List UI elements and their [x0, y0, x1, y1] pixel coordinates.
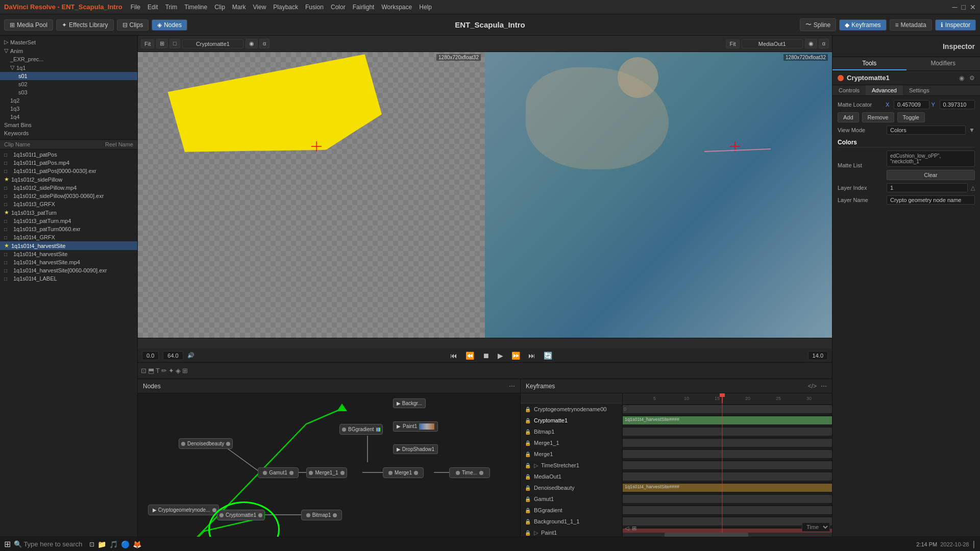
node-cryptomatte1[interactable]: Cryptomatte1: [217, 510, 265, 520]
tree-s03[interactable]: s03: [0, 88, 137, 96]
list-item[interactable]: □ 1q1s01t2_sidePillow.mp4: [0, 184, 137, 192]
file-explorer-icon[interactable]: 📁: [97, 540, 106, 548]
menu-mark[interactable]: Mark: [232, 4, 246, 11]
tree-anim[interactable]: ▽ Anim: [0, 46, 137, 55]
node-settings-icon[interactable]: ⚙: [969, 74, 975, 82]
goto-end-btn[interactable]: ⏭: [526, 350, 537, 361]
menu-color[interactable]: Color: [331, 4, 346, 11]
windows-start-btn[interactable]: ⊞: [4, 539, 11, 549]
tree-s02[interactable]: s02: [0, 80, 137, 88]
viewer-left-label[interactable]: Cryptomatte1: [182, 39, 243, 48]
kf-item[interactable]: 🔒 ▷ Paint1: [521, 527, 622, 537]
menu-help[interactable]: Help: [419, 4, 432, 11]
node-cryptogeometry[interactable]: ▶ Cryptogeometrynode...: [148, 505, 219, 515]
list-item[interactable]: □ 1q1s01t4_harvestSite[0060-0090].exr: [0, 266, 137, 274]
loop-btn[interactable]: 🔄: [542, 350, 554, 361]
kf-item[interactable]: 🔒 ▷ TimeStretcher1: [521, 460, 622, 471]
kf-item[interactable]: 🔒 Gamut1: [521, 493, 622, 505]
kf-grid-btn[interactable]: ⊞: [632, 525, 636, 532]
viewer-right[interactable]: 1280x720xfloat32: [485, 52, 832, 338]
list-item[interactable]: ★ 1q1s01t4_harvestSite: [0, 241, 137, 250]
node-canvas[interactable]: Denoisedbeauty Gamut1 Merge1_1: [138, 393, 520, 537]
list-item[interactable]: □ 1q1s01t3_GRFX: [0, 200, 137, 208]
list-item[interactable]: □ 1q1s01t1_patPos[0000-0030].exr: [0, 167, 137, 175]
viewer-color-btn[interactable]: ◉: [246, 39, 258, 48]
node-denoisedbeauty[interactable]: Denoisedbeauty: [179, 438, 233, 449]
close-icon[interactable]: ✕: [970, 3, 976, 11]
inspector-btn[interactable]: ℹ Inspector: [935, 19, 976, 31]
keyframes-btn[interactable]: ◆ Keyframes: [839, 19, 886, 31]
view-mode-arrow[interactable]: ▼: [969, 127, 975, 134]
toggle-btn[interactable]: Toggle: [897, 112, 925, 122]
kf-item[interactable]: 🔒 Background1_1_1: [521, 516, 622, 527]
clear-btn[interactable]: Clear: [887, 170, 975, 180]
menu-timeline[interactable]: Timeline: [184, 4, 207, 11]
remove-btn[interactable]: Remove: [862, 112, 894, 122]
maximize-icon[interactable]: □: [962, 3, 966, 11]
search-box[interactable]: 🔍 Type here to search: [14, 540, 82, 548]
clips-toggle[interactable]: ⊟ Clips: [117, 19, 149, 31]
menu-view[interactable]: View: [253, 4, 266, 11]
menu-edit[interactable]: Edit: [148, 4, 158, 11]
layer-name-value[interactable]: Crypto geometry node name: [887, 195, 975, 205]
app-icon-1[interactable]: 🎵: [109, 540, 118, 548]
tree-exr[interactable]: _EXR_prec...: [0, 55, 137, 63]
menu-fusion[interactable]: Fusion: [305, 4, 324, 11]
list-item[interactable]: □ 1q1s01t2_sidePillow[0030-0060].exr: [0, 192, 137, 200]
kf-time-select[interactable]: Time: [802, 522, 830, 532]
transform-tool-btn[interactable]: ✦: [168, 367, 174, 374]
spline-btn[interactable]: 〜 Spline: [800, 18, 836, 31]
kf-item[interactable]: 🔒 BGgradient: [521, 505, 622, 516]
list-item[interactable]: □ 1q1s01t4_harvestSite: [0, 250, 137, 258]
tree-keywords[interactable]: Keywords: [0, 129, 137, 137]
crop-tool-btn[interactable]: ⊞: [182, 367, 188, 374]
paint-tool-btn[interactable]: ⬒: [148, 367, 154, 374]
end-time-display[interactable]: 64.0: [163, 351, 183, 360]
list-item[interactable]: ★ 1q1s01t3_patTurn: [0, 208, 137, 217]
kf-item[interactable]: 🔒 Merge1_1: [521, 437, 622, 448]
kf-item[interactable]: 🔒 Cryptomatte1: [521, 415, 622, 426]
app-icon-3[interactable]: 🦊: [133, 540, 141, 548]
tree-masterset[interactable]: ▷ MasterSet: [0, 38, 137, 46]
tree-q2[interactable]: 1q2: [0, 96, 137, 105]
text-tool-btn[interactable]: T: [156, 367, 160, 374]
metadata-btn[interactable]: ≡ Metadata: [890, 19, 932, 31]
node-dropshadow1[interactable]: ▶ DropShadow1: [393, 444, 438, 454]
menu-playback[interactable]: Playback: [273, 4, 298, 11]
media-pool-toggle[interactable]: ⊞ Media Pool: [4, 19, 53, 31]
node-gamut1[interactable]: Gamut1: [258, 467, 299, 478]
subtab-advanced[interactable]: Advanced: [866, 85, 903, 95]
menu-clip[interactable]: Clip: [214, 4, 225, 11]
node-bitmap1[interactable]: Bitmap1: [301, 510, 342, 520]
fit-right-btn[interactable]: Fit: [726, 39, 739, 48]
menu-trim[interactable]: Trim: [165, 4, 178, 11]
node-background[interactable]: ▶ Backgr...: [393, 398, 426, 408]
pen-tool-btn[interactable]: ✏: [161, 367, 167, 374]
stop-btn[interactable]: ⏹: [480, 350, 492, 361]
kf-timeline[interactable]: 5 10 15 20 25 30: [623, 393, 832, 537]
kf-item[interactable]: 🔒 Merge1: [521, 448, 622, 460]
tab-tools[interactable]: Tools: [832, 57, 906, 70]
tree-q1[interactable]: ▽ 1q1: [0, 63, 137, 72]
subtab-controls[interactable]: Controls: [832, 85, 866, 95]
fit-left-btn[interactable]: Fit: [141, 39, 154, 48]
list-item[interactable]: □ 1q1s01t4_LABEL: [0, 274, 137, 283]
viewer-r-color-btn[interactable]: ◉: [805, 39, 817, 48]
kf-code-btn[interactable]: </>: [808, 383, 817, 390]
node-time[interactable]: Time...: [449, 467, 490, 478]
select-tool-btn[interactable]: ⊡: [141, 367, 146, 374]
add-btn[interactable]: Add: [838, 112, 859, 122]
menu-fairlight[interactable]: Fairlight: [353, 4, 375, 11]
list-item[interactable]: □ 1q1s01t3_patTurn0060.exr: [0, 225, 137, 233]
list-item[interactable]: □ 1q1s01t3_patTurn.mp4: [0, 217, 137, 225]
show-desktop-btn[interactable]: │: [972, 541, 976, 548]
viewer-right-label[interactable]: MediaOut1: [742, 39, 803, 48]
kf-item[interactable]: 🔒 Denoisedbeauty: [521, 482, 622, 493]
node-merge1-1[interactable]: Merge1_1: [306, 467, 347, 478]
viewer-layout-btn[interactable]: ⊞: [156, 39, 168, 48]
node-paint1[interactable]: ▶ Paint1: [393, 421, 438, 432]
layer-index-inc[interactable]: △: [971, 185, 975, 191]
list-item[interactable]: □ 1q1s01t4_harvestSite.mp4: [0, 258, 137, 266]
app-icon-2[interactable]: 🔵: [121, 540, 130, 548]
kf-item[interactable]: 🔒 MediaOut1: [521, 471, 622, 482]
